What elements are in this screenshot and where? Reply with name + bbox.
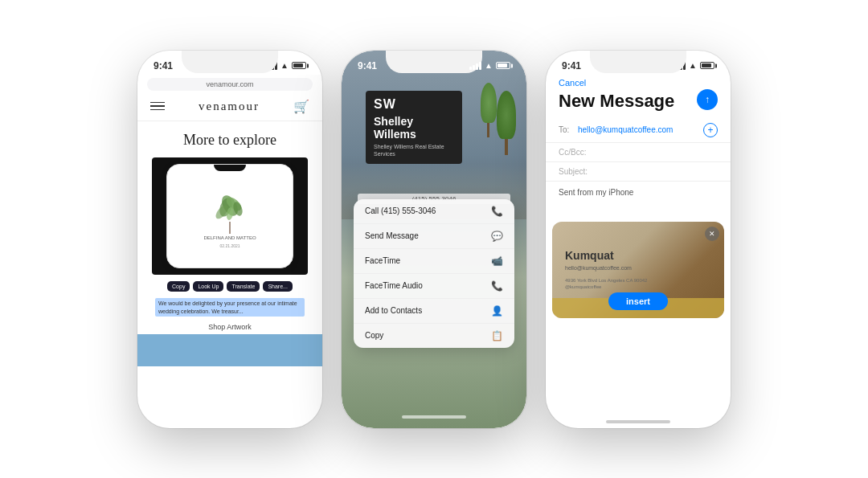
url-text: venamour.com xyxy=(206,80,253,88)
action-send-message-label: Send Message xyxy=(365,231,491,240)
message-icon: 💬 xyxy=(491,231,503,242)
inner-phone-mock: DELFINA AND MATTEO 02.21.2021 xyxy=(166,164,293,268)
phone1-status-bar: 9:41 ▲ xyxy=(137,51,322,75)
compose-body[interactable]: Sent from my iPhone xyxy=(546,182,731,222)
context-copy[interactable]: Copy xyxy=(167,281,190,292)
to-field[interactable]: To: hello@kumquatcoffee.com + xyxy=(546,118,731,143)
context-translate[interactable]: Translate xyxy=(227,281,260,292)
phone3-battery-icon xyxy=(700,62,714,69)
phone3-wifi-icon: ▲ xyxy=(689,61,697,70)
action-call-label: Call (415) 555-3046 xyxy=(365,206,491,215)
phone-realestate: 9:41 ▲ SW Shelley Willems xyxy=(342,51,526,428)
phone-mail: 9:41 ▲ Cancel New Message xyxy=(546,51,731,428)
card-email: hello@kumquatcoffee.com xyxy=(565,265,711,271)
sw-subtitle: Shelley Willems Real Estate Services xyxy=(374,143,454,157)
context-share[interactable]: Share... xyxy=(263,281,293,292)
phone1-content: More to explore xyxy=(137,121,322,377)
add-recipient-button[interactable]: + xyxy=(703,123,718,137)
leaf-decoration xyxy=(210,190,250,234)
action-facetime-audio-label: FaceTime Audio xyxy=(365,281,491,290)
battery-icon xyxy=(292,62,306,69)
phone1-header: venamour 🛒 xyxy=(137,94,322,121)
shop-artwork-label[interactable]: Shop Artwork xyxy=(147,320,313,334)
cc-bcc-field[interactable]: Cc/Bcc: xyxy=(546,143,731,162)
phone1-screen: 9:41 ▲ venamour.com xyxy=(137,51,322,428)
signal-icon xyxy=(265,62,277,70)
card-address: 4936 York Blvd Los Angeles CA 90042@kumq… xyxy=(565,277,711,291)
action-send-message[interactable]: Send Message 💬 xyxy=(354,224,514,249)
copy-icon: 📋 xyxy=(491,330,503,341)
insert-button[interactable]: insert xyxy=(608,292,668,310)
facetime-icon: 📹 xyxy=(491,255,503,267)
explore-heading: More to explore xyxy=(147,131,313,149)
phone3-status-bar: 9:41 ▲ xyxy=(546,51,731,75)
action-copy-label: Copy xyxy=(365,331,491,340)
business-card-preview: Kumquat hello@kumquatcoffee.com 4936 Yor… xyxy=(552,222,724,318)
phone2-time: 9:41 xyxy=(358,60,377,71)
sw-initials: SW xyxy=(374,97,454,112)
action-add-contacts[interactable]: Add to Contacts 👤 xyxy=(354,299,514,324)
tree-left xyxy=(478,83,498,139)
phone2-signal-icon xyxy=(469,62,481,70)
phone3-signal-icon xyxy=(674,62,686,70)
phone1-status-icons: ▲ xyxy=(265,61,306,70)
phone2-status-icons: ▲ xyxy=(469,61,510,70)
phone2-screen: 9:41 ▲ SW Shelley Willems xyxy=(342,51,526,428)
subject-label: Subject: xyxy=(559,167,588,176)
action-call[interactable]: Call (415) 555-3046 📞 xyxy=(354,199,514,224)
action-menu: Call (415) 555-3046 📞 Send Message 💬 Fac… xyxy=(354,199,514,348)
facetime-audio-icon: 📞 xyxy=(491,280,503,292)
context-menu: Copy Look Up Translate Share... xyxy=(147,278,313,295)
url-bar[interactable]: venamour.com xyxy=(147,78,313,91)
phones-container: 9:41 ▲ venamour.com xyxy=(121,35,747,444)
close-card-button[interactable]: ✕ xyxy=(705,227,719,241)
sw-sign: SW Shelley Willems Shelley Willems Real … xyxy=(366,91,462,165)
cc-bcc-label: Cc/Bcc: xyxy=(559,148,586,157)
action-add-contacts-label: Add to Contacts xyxy=(365,306,491,315)
venamour-logo: venamour xyxy=(199,100,260,113)
phone2-wifi-icon: ▲ xyxy=(485,61,493,70)
phone3-time: 9:41 xyxy=(562,60,581,71)
action-facetime-label: FaceTime xyxy=(365,256,491,265)
invite-names: DELFINA AND MATTEO xyxy=(199,234,260,243)
phone3-status-icons: ▲ xyxy=(674,61,714,70)
to-label: To: xyxy=(559,125,575,134)
card-brand: Kumquat xyxy=(565,249,711,262)
to-value: hello@kumquatcoffee.com xyxy=(578,125,700,134)
cancel-button[interactable]: Cancel xyxy=(559,78,718,88)
action-facetime-audio[interactable]: FaceTime Audio 📞 xyxy=(354,274,514,299)
add-contacts-icon: 👤 xyxy=(491,305,503,317)
invite-date: 02.21.2021 xyxy=(219,243,240,248)
sw-name: Shelley Willems xyxy=(374,115,454,142)
phone2-battery-icon xyxy=(496,62,510,69)
subject-field[interactable]: Subject: xyxy=(546,162,731,182)
compose-body-text: Sent from my iPhone xyxy=(559,188,633,197)
compose-header: Cancel New Message ↑ xyxy=(546,75,731,118)
send-button[interactable]: ↑ xyxy=(697,89,718,110)
wifi-icon: ▲ xyxy=(280,61,289,70)
phone3-home-indicator xyxy=(606,420,670,423)
phone2-status-bar: 9:41 ▲ xyxy=(342,51,526,75)
phone-venamour: 9:41 ▲ venamour.com xyxy=(137,51,322,428)
blue-footer xyxy=(137,334,322,366)
action-copy[interactable]: Copy 📋 xyxy=(354,324,514,348)
call-icon: 📞 xyxy=(491,206,503,217)
phone2-home-indicator xyxy=(402,415,466,419)
hamburger-menu[interactable] xyxy=(150,102,165,111)
context-lookup[interactable]: Look Up xyxy=(193,281,223,292)
phone1-time: 9:41 xyxy=(154,60,173,71)
action-facetime[interactable]: FaceTime 📹 xyxy=(354,249,514,274)
selected-text: We would be delighted by your presence a… xyxy=(155,298,305,317)
new-message-title: New Message xyxy=(559,91,674,111)
phone3-screen: 9:41 ▲ Cancel New Message xyxy=(546,51,731,428)
cart-icon[interactable]: 🛒 xyxy=(293,99,309,114)
